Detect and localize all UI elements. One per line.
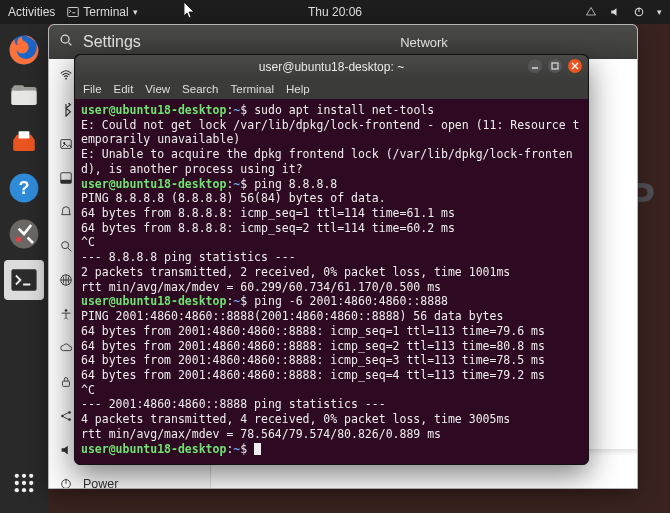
terminal-output[interactable]: user@ubuntu18-desktop:~$ sudo apt instal…	[75, 99, 588, 464]
wifi-icon	[59, 69, 73, 83]
svg-point-13	[15, 474, 19, 478]
sidebar-item-label: Power	[83, 477, 118, 488]
power-icon	[59, 477, 73, 488]
svg-point-24	[65, 78, 67, 80]
sound-icon	[59, 443, 73, 457]
lock-icon	[59, 375, 73, 389]
app-menu-label: Terminal	[83, 5, 128, 19]
svg-point-18	[29, 481, 33, 485]
chevron-down-icon: ▾	[133, 7, 138, 17]
sidebar-item-power[interactable]: Power	[49, 467, 210, 488]
svg-rect-12	[11, 269, 36, 291]
svg-rect-6	[13, 85, 24, 90]
svg-point-16	[15, 481, 19, 485]
cloud-icon	[59, 341, 73, 355]
svg-point-14	[22, 474, 26, 478]
power-menu-icon[interactable]	[633, 6, 645, 18]
volume-icon[interactable]	[609, 6, 621, 18]
svg-point-32	[65, 309, 68, 312]
svg-point-19	[15, 488, 19, 492]
globe-icon	[59, 273, 73, 287]
search-icon[interactable]	[59, 33, 73, 51]
close-button[interactable]	[568, 59, 582, 73]
terminal-menu-search[interactable]: Search	[182, 83, 218, 95]
svg-point-15	[29, 474, 33, 478]
svg-rect-0	[68, 8, 79, 17]
svg-rect-47	[552, 63, 558, 69]
bell-icon	[59, 205, 73, 219]
share-icon	[59, 409, 73, 423]
dock-app-software[interactable]	[4, 122, 44, 162]
svg-rect-7	[19, 131, 30, 138]
dock-icon	[59, 171, 73, 185]
network-status-icon[interactable]	[585, 6, 597, 18]
clock[interactable]: Thu 20:06	[308, 5, 362, 19]
minimize-button[interactable]	[528, 59, 542, 73]
app-menu[interactable]: Terminal ▾	[67, 5, 137, 19]
background-icon	[59, 137, 73, 151]
svg-rect-28	[61, 180, 72, 184]
activities-button[interactable]: Activities	[8, 5, 55, 19]
settings-panel-title: Network	[211, 35, 637, 50]
bluetooth-icon	[59, 103, 73, 117]
svg-line-30	[68, 248, 72, 252]
svg-text:?: ?	[19, 178, 30, 198]
svg-point-22	[61, 35, 69, 43]
access-icon	[59, 307, 73, 321]
search-icon	[59, 239, 73, 253]
maximize-button[interactable]	[548, 59, 562, 73]
terminal-menu-help[interactable]: Help	[286, 83, 310, 95]
chevron-down-icon: ▾	[657, 7, 662, 17]
terminal-menu-edit[interactable]: Edit	[114, 83, 134, 95]
svg-rect-5	[11, 91, 36, 105]
terminal-titlebar[interactable]: user@ubuntu18-desktop: ~	[75, 55, 588, 79]
gnome-topbar: Activities Terminal ▾ Thu 20:06 ▾	[0, 0, 670, 24]
launcher-dock: ?	[0, 24, 48, 513]
svg-rect-33	[63, 381, 70, 386]
dock-app-files[interactable]	[4, 76, 44, 116]
dock-app-settings[interactable]	[4, 214, 44, 254]
svg-point-29	[62, 242, 69, 249]
terminal-icon	[67, 6, 79, 18]
desktop: ForoISP Settings Network WBBDNSRUOPSSPow…	[48, 24, 670, 513]
terminal-menu-file[interactable]: File	[83, 83, 102, 95]
svg-point-21	[29, 488, 33, 492]
svg-line-23	[69, 43, 72, 46]
terminal-title: user@ubuntu18-desktop: ~	[259, 60, 404, 74]
dock-app-terminal[interactable]	[4, 260, 44, 300]
dock-app-help[interactable]: ?	[4, 168, 44, 208]
terminal-menubar: FileEditViewSearchTerminalHelp	[75, 79, 588, 99]
dock-app-firefox[interactable]	[4, 30, 44, 70]
svg-point-11	[16, 237, 21, 242]
terminal-menu-terminal[interactable]: Terminal	[231, 83, 274, 95]
terminal-menu-view[interactable]: View	[145, 83, 170, 95]
svg-point-20	[22, 488, 26, 492]
settings-sidebar-title: Settings	[83, 33, 141, 51]
terminal-window: user@ubuntu18-desktop: ~ FileEditViewSea…	[74, 54, 589, 465]
dock-show-apps[interactable]	[4, 463, 44, 503]
svg-point-17	[22, 481, 26, 485]
